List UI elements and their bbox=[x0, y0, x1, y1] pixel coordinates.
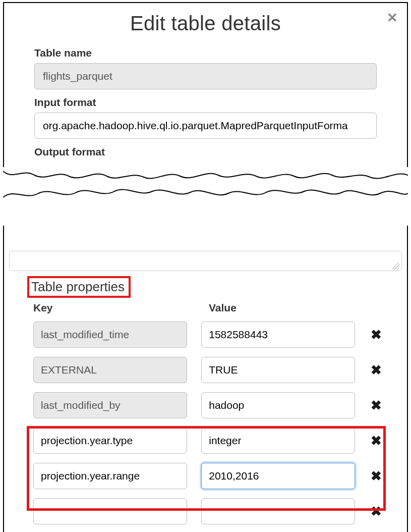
delete-row-icon[interactable]: ✖ bbox=[369, 505, 383, 518]
table-row: ✖ bbox=[29, 458, 387, 494]
table-properties-heading: Table properties bbox=[27, 276, 131, 298]
close-icon[interactable]: ✕ bbox=[387, 11, 398, 24]
delete-row-icon[interactable]: ✖ bbox=[369, 399, 383, 412]
table-row: ✖ bbox=[29, 423, 387, 458]
column-header-value: Value bbox=[209, 302, 387, 314]
table-row: ✖ bbox=[29, 352, 387, 388]
dialog-top: ✕ Edit table details Table name Input fo… bbox=[3, 2, 408, 167]
property-key-input[interactable] bbox=[33, 392, 187, 418]
delete-row-icon[interactable]: ✖ bbox=[369, 434, 383, 447]
property-key-input[interactable] bbox=[33, 357, 187, 383]
input-format-label: Input format bbox=[34, 96, 377, 109]
table-row: ✖ bbox=[29, 388, 387, 423]
delete-row-icon[interactable]: ✖ bbox=[369, 328, 383, 341]
property-key-input[interactable] bbox=[33, 463, 187, 489]
property-key-input[interactable] bbox=[33, 498, 187, 524]
dialog-title: Edit table details bbox=[4, 12, 407, 35]
output-format-label: Output format bbox=[34, 146, 377, 158]
table-properties-list: ✖ ✖ ✖ ✖ bbox=[29, 317, 387, 529]
property-value-input[interactable] bbox=[201, 322, 355, 348]
table-name-input[interactable] bbox=[34, 63, 377, 89]
delete-row-icon[interactable]: ✖ bbox=[369, 469, 383, 483]
property-value-input[interactable] bbox=[201, 463, 355, 489]
input-format-input[interactable] bbox=[34, 113, 377, 139]
dialog-bottom: Table properties Key Value ✖ ✖ bbox=[3, 226, 408, 532]
property-key-input[interactable] bbox=[33, 428, 187, 454]
property-value-input[interactable] bbox=[201, 498, 355, 524]
property-value-input[interactable] bbox=[201, 428, 355, 454]
delete-row-icon[interactable]: ✖ bbox=[369, 363, 383, 377]
property-value-input[interactable] bbox=[201, 357, 355, 383]
table-row: ✖ bbox=[29, 494, 387, 529]
property-value-input[interactable] bbox=[201, 392, 355, 418]
property-key-input[interactable] bbox=[33, 322, 187, 348]
table-row: ✖ bbox=[29, 317, 387, 352]
resize-grip-icon[interactable] bbox=[392, 262, 399, 270]
table-name-label: Table name bbox=[34, 47, 377, 59]
table-properties-column-headers: Key Value bbox=[29, 302, 387, 314]
column-header-key: Key bbox=[33, 302, 195, 314]
textarea-prev-field[interactable] bbox=[9, 251, 402, 271]
